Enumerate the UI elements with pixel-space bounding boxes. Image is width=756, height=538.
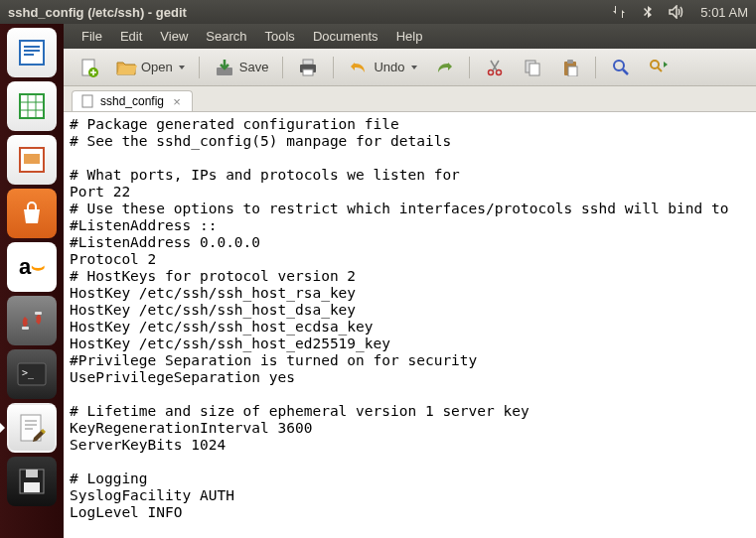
menu-edit[interactable]: Edit — [112, 26, 150, 47]
sound-icon[interactable] — [669, 5, 686, 19]
paste-button[interactable] — [553, 53, 587, 82]
bluetooth-icon[interactable] — [641, 5, 655, 19]
svg-point-35 — [614, 61, 624, 70]
cut-icon — [484, 57, 506, 78]
menu-file[interactable]: File — [74, 26, 110, 47]
toolbar: Open Save Undo — [64, 49, 756, 86]
menu-documents[interactable]: Documents — [305, 26, 386, 47]
redo-button[interactable] — [427, 53, 461, 82]
toolbar-separator — [333, 57, 334, 78]
amazon-icon: a⌣ — [13, 248, 51, 286]
impress-icon — [13, 141, 51, 179]
calc-icon — [13, 87, 51, 125]
undo-label: Undo — [374, 60, 404, 74]
tab-label: sshd_config — [100, 94, 164, 108]
menu-tools[interactable]: Tools — [257, 26, 303, 47]
find-button[interactable] — [604, 53, 638, 82]
undo-dropdown-icon — [411, 66, 417, 69]
launcher-text-editor[interactable] — [7, 403, 57, 453]
svg-rect-20 — [26, 470, 38, 477]
software-center-icon — [13, 195, 51, 232]
svg-rect-27 — [303, 69, 313, 75]
toolbar-separator — [469, 57, 470, 78]
svg-rect-2 — [24, 50, 40, 52]
find-replace-button[interactable] — [642, 53, 676, 82]
indicators: 5:01 AM — [611, 4, 748, 20]
save-button[interactable]: Save — [208, 53, 275, 82]
window-title: sshd_config (/etc/ssh) - gedit — [8, 5, 187, 20]
launcher-libreoffice-impress[interactable] — [7, 135, 57, 185]
svg-rect-4 — [20, 94, 44, 118]
undo-icon — [348, 57, 370, 78]
redo-icon — [433, 57, 455, 78]
svg-text:>_: >_ — [22, 367, 35, 379]
svg-rect-0 — [20, 41, 44, 65]
tab-close-button[interactable]: × — [170, 94, 184, 108]
svg-rect-37 — [82, 95, 92, 107]
svg-point-36 — [651, 61, 659, 68]
writer-icon — [13, 34, 51, 71]
paste-icon — [559, 57, 581, 78]
tab-bar: sshd_config × — [64, 86, 756, 112]
toolbar-separator — [282, 57, 283, 78]
terminal-icon: >_ — [13, 355, 51, 393]
undo-button[interactable]: Undo — [342, 53, 422, 82]
print-button[interactable] — [291, 53, 325, 82]
open-label: Open — [141, 60, 173, 74]
svg-point-29 — [496, 69, 501, 74]
save-icon — [214, 57, 235, 78]
menubar: File Edit View Search Tools Documents He… — [64, 24, 756, 49]
network-icon[interactable] — [611, 4, 627, 20]
toolbar-separator — [595, 57, 596, 78]
open-button[interactable]: Open — [109, 53, 191, 82]
new-file-icon — [77, 57, 99, 78]
open-dropdown-icon — [179, 66, 185, 69]
menu-view[interactable]: View — [152, 26, 196, 47]
floppy-icon — [13, 463, 51, 500]
find-replace-icon — [648, 57, 670, 78]
document-icon — [80, 94, 94, 108]
svg-rect-11 — [35, 312, 42, 315]
svg-rect-33 — [567, 60, 573, 64]
launcher-terminal[interactable]: >_ — [7, 349, 57, 399]
svg-rect-1 — [24, 46, 40, 48]
svg-rect-34 — [568, 67, 577, 76]
tab-sshd-config[interactable]: sshd_config × — [72, 90, 193, 111]
launcher-system-settings[interactable] — [7, 296, 57, 345]
menu-search[interactable]: Search — [198, 26, 254, 47]
toolbar-separator — [199, 57, 200, 78]
svg-rect-10 — [24, 154, 40, 164]
editor-text[interactable]: # Package generated configuration file #… — [70, 116, 750, 521]
clock[interactable]: 5:01 AM — [700, 5, 748, 20]
svg-rect-3 — [24, 54, 34, 56]
menu-help[interactable]: Help — [388, 26, 431, 47]
launcher-libreoffice-writer[interactable] — [7, 28, 57, 77]
svg-point-28 — [488, 69, 493, 74]
launcher-ubuntu-software[interactable] — [7, 189, 57, 238]
print-icon — [297, 57, 319, 78]
copy-icon — [522, 57, 543, 78]
open-folder-icon — [115, 57, 137, 78]
launcher-libreoffice-calc[interactable] — [7, 81, 57, 131]
svg-rect-31 — [529, 64, 539, 75]
search-icon — [610, 57, 632, 78]
copy-button[interactable] — [516, 53, 549, 82]
unity-launcher: a⌣ >_ — [0, 24, 64, 538]
launcher-amazon[interactable]: a⌣ — [7, 242, 57, 292]
settings-icon — [13, 302, 51, 339]
svg-rect-12 — [22, 327, 29, 330]
save-label: Save — [239, 60, 269, 74]
launcher-save-disk[interactable] — [7, 457, 57, 506]
top-panel: sshd_config (/etc/ssh) - gedit 5:01 AM — [0, 0, 756, 24]
svg-rect-21 — [24, 482, 40, 492]
svg-rect-25 — [303, 60, 313, 65]
cut-button[interactable] — [478, 53, 512, 82]
gedit-icon — [13, 409, 51, 447]
editor-area[interactable]: # Package generated configuration file #… — [64, 112, 756, 538]
new-button[interactable] — [72, 53, 105, 82]
